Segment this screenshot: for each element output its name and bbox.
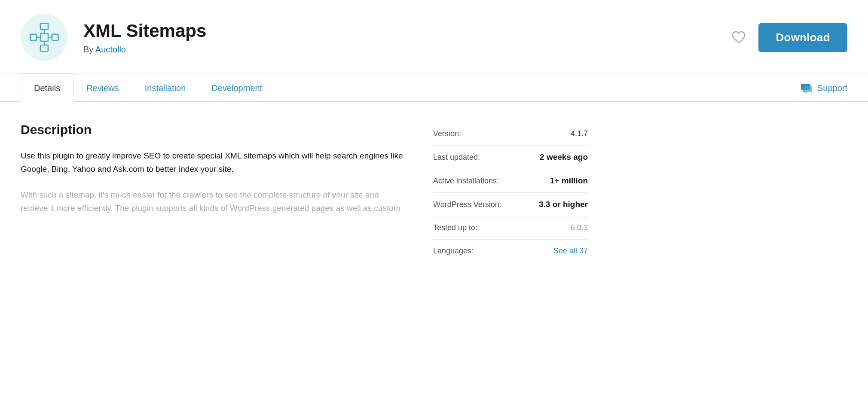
svg-rect-4 [52,34,58,40]
meta-label-version: Version: [433,129,571,138]
meta-label-installs: Active installations: [433,177,550,186]
tab-reviews[interactable]: Reviews [73,74,132,101]
meta-value-tested: 6.0.3 [571,223,588,232]
support-link[interactable]: Support [801,73,847,101]
download-button[interactable]: Download [758,23,847,52]
plugin-icon-svg [29,22,60,53]
description-paragraph2: With such a sitemap, it's much easier fo… [21,188,407,215]
author-link[interactable]: Auctollo [95,45,126,54]
heart-icon [732,31,746,44]
support-icon [801,83,813,93]
description-paragraph1: Use this plugin to greatly improve SEO t… [21,149,407,176]
plugin-icon [21,14,68,61]
meta-row-updated: Last updated: 2 weeks ago [433,146,588,169]
meta-row-languages: Languages: See all 37 [433,240,588,262]
meta-value-languages[interactable]: See all 37 [553,247,588,256]
page-wrapper: XML Sitemaps By Auctollo Download Detail… [0,0,868,262]
meta-row-installs: Active installations: 1+ million [433,169,588,193]
author-prefix: By [83,45,93,54]
tab-details[interactable]: Details [21,73,73,102]
plugin-header: XML Sitemaps By Auctollo Download [0,0,868,73]
meta-row-version: Version: 4.1.7 [433,122,588,146]
meta-label-languages: Languages: [433,247,553,256]
meta-label-tested: Tested up to: [433,223,571,232]
content-right: Version: 4.1.7 Last updated: 2 weeks ago… [433,122,588,262]
content-left: Description Use this plugin to greatly i… [21,122,407,262]
svg-rect-0 [40,33,48,41]
meta-label-wp-version: WordPress Version: [433,200,539,209]
plugin-title: XML Sitemaps [83,20,728,42]
meta-value-wp-version: 3.3 or higher [539,200,588,209]
svg-rect-2 [40,45,48,51]
description-title: Description [21,122,407,137]
meta-value-installs: 1+ million [550,176,588,186]
svg-rect-3 [31,34,37,40]
meta-value-updated: 2 weeks ago [540,152,588,162]
tab-development[interactable]: Development [199,74,275,101]
plugin-title-block: XML Sitemaps By Auctollo [83,20,728,54]
header-actions: Download [728,23,847,52]
meta-row-wp-version: WordPress Version: 3.3 or higher [433,193,588,216]
favorite-button[interactable] [728,27,750,47]
main-content: Description Use this plugin to greatly i… [0,102,868,262]
meta-value-version: 4.1.7 [571,129,588,138]
svg-rect-1 [40,24,48,30]
support-label: Support [817,83,847,93]
meta-label-updated: Last updated: [433,153,540,162]
meta-row-tested: Tested up to: 6.0.3 [433,216,588,240]
tabs-bar: Details Reviews Installation Development… [0,73,868,102]
tab-installation[interactable]: Installation [132,74,199,101]
plugin-author-line: By Auctollo [83,45,728,55]
